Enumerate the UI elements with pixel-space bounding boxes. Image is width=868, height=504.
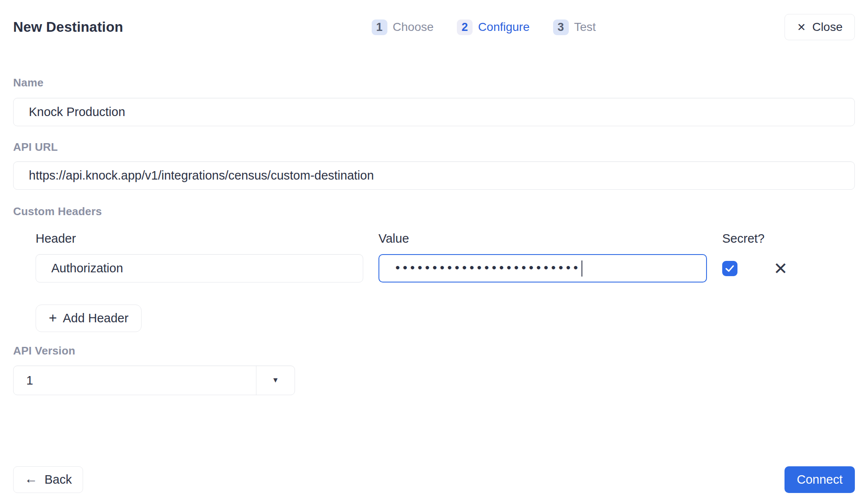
close-button-label: Close [812, 20, 843, 34]
new-destination-dialog: New Destination 1 Choose 2 Configure 3 T… [0, 0, 868, 504]
step-configure[interactable]: 2 Configure [457, 19, 529, 35]
dialog-header: New Destination 1 Choose 2 Configure 3 T… [13, 0, 855, 40]
text-cursor [581, 260, 582, 277]
plus-icon: + [49, 311, 57, 325]
chevron-down-icon: ▼ [272, 376, 279, 385]
masked-value-text: ••••••••••••••••••••••••• [395, 261, 581, 274]
step-test-label: Test [574, 20, 596, 34]
column-title-value: Value [378, 233, 707, 245]
step-configure-label: Configure [478, 20, 529, 34]
back-button-label: Back [45, 473, 72, 487]
header-value-input[interactable]: ••••••••••••••••••••••••• [378, 254, 707, 282]
column-title-secret: Secret? [722, 233, 807, 245]
step-test[interactable]: 3 Test [553, 19, 596, 35]
connect-button-label: Connect [797, 473, 843, 486]
step-choose[interactable]: 1 Choose [372, 19, 434, 35]
remove-icon: ✕ [773, 259, 788, 278]
add-header-button[interactable]: + Add Header [36, 305, 142, 332]
api-url-label: API URL [13, 141, 855, 152]
name-label: Name [13, 77, 855, 88]
check-icon [725, 265, 734, 272]
page-title: New Destination [13, 19, 183, 35]
connect-button[interactable]: Connect [785, 466, 855, 493]
remove-header-button[interactable]: ✕ [773, 260, 788, 277]
custom-header-row: ••••••••••••••••••••••••• ✕ [36, 254, 855, 282]
step-choose-label: Choose [393, 20, 434, 34]
dialog-footer: ← Back Connect [13, 466, 855, 493]
step-test-number: 3 [553, 19, 569, 35]
stepper: 1 Choose 2 Configure 3 Test [183, 19, 785, 35]
api-url-input[interactable] [13, 161, 855, 190]
back-arrow-icon: ← [25, 472, 38, 485]
close-icon: ✕ [797, 22, 806, 33]
column-title-header: Header [36, 233, 363, 245]
header-name-input[interactable] [36, 254, 363, 282]
step-configure-number: 2 [457, 19, 473, 35]
step-choose-number: 1 [372, 19, 387, 35]
custom-headers-label: Custom Headers [13, 206, 855, 217]
secret-checkbox[interactable] [722, 261, 737, 276]
api-version-select[interactable]: 1 ▼ [13, 366, 295, 395]
back-button[interactable]: ← Back [13, 466, 83, 493]
api-version-label: API Version [13, 345, 855, 356]
api-version-caret-segment[interactable]: ▼ [256, 366, 295, 395]
close-button[interactable]: ✕ Close [785, 14, 855, 40]
custom-headers-column-titles: Header Value Secret? [36, 233, 855, 245]
add-header-label: Add Header [63, 311, 128, 325]
name-input[interactable] [13, 98, 855, 126]
api-version-value: 1 [14, 366, 256, 395]
